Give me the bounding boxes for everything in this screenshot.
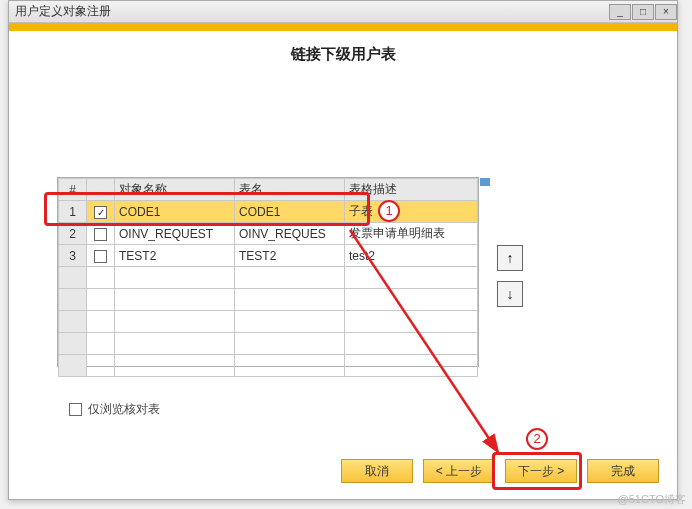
browse-only-label: 仅浏览核对表 bbox=[88, 401, 160, 418]
cell-table-desc: 发票申请单明细表 bbox=[345, 223, 478, 245]
row-checkbox[interactable] bbox=[94, 250, 107, 263]
maximize-button[interactable]: □ bbox=[632, 4, 654, 20]
cell-object-name: TEST2 bbox=[115, 245, 235, 267]
cell-table-name: OINV_REQUES bbox=[235, 223, 345, 245]
prev-button[interactable]: < 上一步 bbox=[423, 459, 495, 483]
cell-table-name: CODE1 bbox=[235, 201, 345, 223]
wizard-buttons: 取消 < 上一步 下一步 > 完成 bbox=[341, 459, 659, 483]
cell-object-name: OINV_REQUEST bbox=[115, 223, 235, 245]
dialog-window: 用户定义对象注册 _ □ × 链接下级用户表 # 对象名称 表名 表格描述 1 … bbox=[8, 0, 678, 500]
watermark: @51CTO博客 bbox=[618, 492, 686, 507]
move-up-button[interactable]: ↑ bbox=[497, 245, 523, 271]
close-button[interactable]: × bbox=[655, 4, 677, 20]
header-rownum: # bbox=[59, 179, 87, 201]
table-row[interactable]: 2 OINV_REQUEST OINV_REQUES 发票申请单明细表 bbox=[59, 223, 478, 245]
next-button[interactable]: 下一步 > bbox=[505, 459, 577, 483]
row-number: 3 bbox=[59, 245, 87, 267]
row-number: 2 bbox=[59, 223, 87, 245]
browse-only-option[interactable]: 仅浏览核对表 bbox=[69, 401, 160, 418]
table-row bbox=[59, 355, 478, 377]
header-checkbox bbox=[87, 179, 115, 201]
browse-only-checkbox[interactable] bbox=[69, 403, 82, 416]
table-row bbox=[59, 333, 478, 355]
cell-table-name: TEST2 bbox=[235, 245, 345, 267]
cell-table-desc: 子表 bbox=[345, 201, 478, 223]
finish-button[interactable]: 完成 bbox=[587, 459, 659, 483]
cell-table-desc: test2 bbox=[345, 245, 478, 267]
row-number: 1 bbox=[59, 201, 87, 223]
table-header-row: # 对象名称 表名 表格描述 bbox=[59, 179, 478, 201]
row-checkbox[interactable] bbox=[94, 206, 107, 219]
minimize-button[interactable]: _ bbox=[609, 4, 631, 20]
reorder-controls: ↑ ↓ bbox=[497, 245, 525, 317]
window-title: 用户定义对象注册 bbox=[15, 3, 608, 20]
table-row[interactable]: 1 CODE1 CODE1 子表 bbox=[59, 201, 478, 223]
row-checkbox[interactable] bbox=[94, 228, 107, 241]
accent-strip bbox=[9, 23, 677, 31]
user-tables-grid: # 对象名称 表名 表格描述 1 CODE1 CODE1 子表 2 OINV_R… bbox=[57, 177, 479, 367]
move-down-button[interactable]: ↓ bbox=[497, 281, 523, 307]
header-object-name: 对象名称 bbox=[115, 179, 235, 201]
cancel-button[interactable]: 取消 bbox=[341, 459, 413, 483]
header-table-name: 表名 bbox=[235, 179, 345, 201]
table-row bbox=[59, 267, 478, 289]
table-row bbox=[59, 311, 478, 333]
scroll-indicator-icon bbox=[480, 178, 490, 186]
page-subtitle: 链接下级用户表 bbox=[9, 31, 677, 72]
header-table-desc: 表格描述 bbox=[345, 179, 478, 201]
table-row bbox=[59, 289, 478, 311]
titlebar: 用户定义对象注册 _ □ × bbox=[9, 1, 677, 23]
linked-tables: # 对象名称 表名 表格描述 1 CODE1 CODE1 子表 2 OINV_R… bbox=[58, 178, 478, 377]
table-row[interactable]: 3 TEST2 TEST2 test2 bbox=[59, 245, 478, 267]
cell-object-name: CODE1 bbox=[115, 201, 235, 223]
